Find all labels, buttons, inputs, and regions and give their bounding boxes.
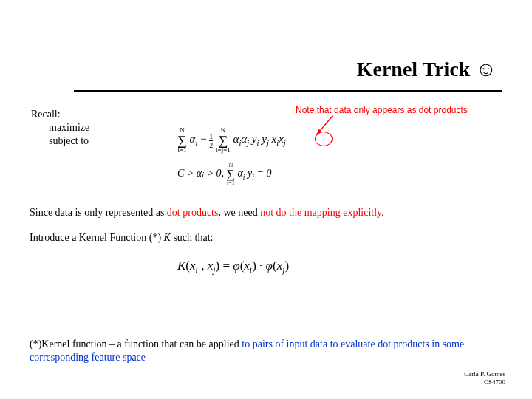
page-title: Kernel Trick ☺ xyxy=(357,58,497,81)
p1a: Since data is only represented as xyxy=(30,207,167,218)
p1c: , we need xyxy=(218,207,260,218)
horizontal-rule xyxy=(74,90,502,92)
p1b: dot products xyxy=(167,207,219,218)
note-red: Note that data only appears as dot produ… xyxy=(296,105,468,115)
recall-block: Recall: maximize subject to xyxy=(31,108,89,149)
circle-highlight xyxy=(315,132,332,146)
p2k: K xyxy=(164,232,171,243)
x-dot-term: xixj xyxy=(272,133,286,145)
para-dot-products: Since data is only represented as dot pr… xyxy=(30,207,384,219)
csum-bot: i=1 xyxy=(227,180,235,186)
course-code: CS4700 xyxy=(464,378,505,386)
recall-subject-to: subject to xyxy=(49,134,89,148)
author-name: Carla P. Gomes xyxy=(464,370,505,378)
kernel-formula: K(xi , xj) = φ(xi) · φ(xj) xyxy=(177,259,289,276)
author-block: Carla P. Gomes CS4700 xyxy=(464,370,505,386)
p2a: Introduce a Kernel Function (*) xyxy=(30,232,164,243)
recall-label: Recall: xyxy=(31,108,89,121)
constraint-formula: C > αᵢ > 0, N ∑ i=1 αi yi = 0 xyxy=(177,163,272,186)
fn-a: (*)Kernel function – a function that can… xyxy=(30,338,242,349)
p1d: not do the mapping explicitly xyxy=(260,207,381,218)
sum1-bot: i=1 xyxy=(177,146,186,154)
footnote: (*)Kernel function – a function that can… xyxy=(30,338,495,364)
p1e: . xyxy=(381,207,384,218)
para-introduce-kernel: Introduce a Kernel Function (*) K such t… xyxy=(30,232,213,244)
p2b: such that: xyxy=(171,232,214,243)
constraint-left: C > αᵢ > 0, xyxy=(177,168,224,179)
dual-formula: N ∑ i=1 αi − 12 N ∑ i=j=1 αiαj yi yj xix… xyxy=(177,127,286,154)
sum2-bot: i=j=1 xyxy=(216,146,231,154)
recall-maximize: maximize xyxy=(49,121,89,134)
